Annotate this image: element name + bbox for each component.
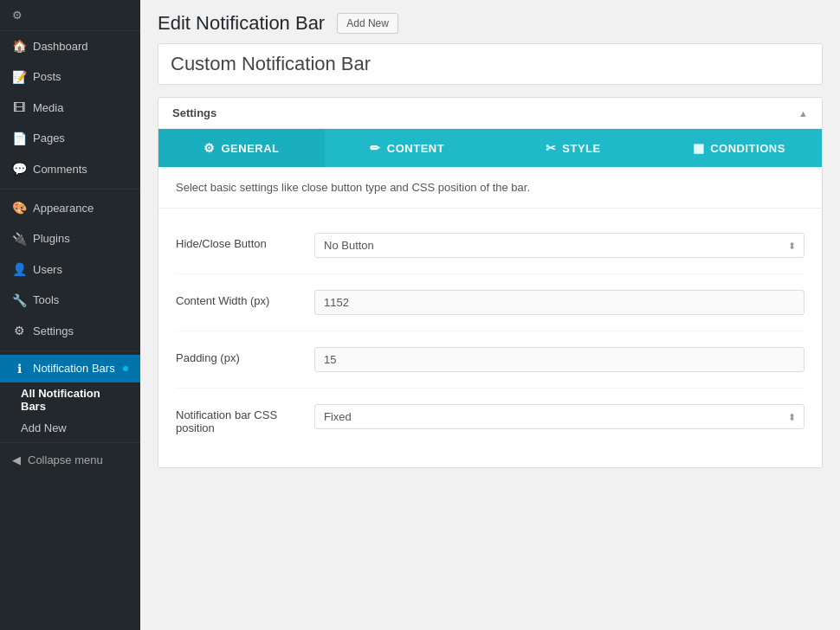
- hide-close-button-select[interactable]: No Button Close Button Hide Button: [314, 233, 804, 258]
- sidebar-item-media[interactable]: 🎞 Media: [0, 93, 140, 124]
- sidebar-sub-item-all-notification-bars[interactable]: All Notification Bars: [0, 382, 140, 417]
- conditions-tab-icon: ▦: [693, 141, 705, 155]
- css-position-label: Notification bar CSS position: [176, 404, 314, 434]
- form-row-hide-close-button: Hide/Close Button No Button Close Button…: [176, 217, 804, 274]
- tab-style[interactable]: ✂ STYLE: [490, 129, 656, 167]
- sidebar-item-label: Media: [33, 100, 63, 116]
- tab-general[interactable]: ⚙ GENERAL: [158, 129, 325, 167]
- sidebar-notification-bars-label: Notification Bars: [33, 362, 115, 375]
- tab-description: Select basic settings like close button …: [158, 167, 822, 209]
- sidebar-divider: [0, 189, 140, 190]
- general-tab-icon: ⚙: [204, 141, 216, 155]
- sidebar-item-settings[interactable]: ⚙ Settings: [0, 316, 140, 347]
- sidebar-item-appearance[interactable]: 🎨 Appearance: [0, 193, 140, 224]
- tab-content-label: CONTENT: [387, 142, 444, 155]
- sidebar-item-pages[interactable]: 📄 Pages: [0, 124, 140, 155]
- sidebar-item-label: Comments: [33, 162, 87, 177]
- sidebar-item-label: Posts: [33, 69, 61, 85]
- settings-icon: ⚙: [12, 323, 26, 340]
- users-icon: 👤: [12, 261, 26, 279]
- bar-name-input[interactable]: [158, 43, 823, 85]
- collapse-label: Collapse menu: [28, 453, 103, 466]
- dashboard-icon: 🏠: [12, 38, 26, 55]
- sidebar-item-posts[interactable]: 📝 Posts: [0, 62, 140, 93]
- form-row-padding: Padding (px): [176, 331, 804, 389]
- padding-control: [314, 347, 804, 372]
- main-content: Edit Notification Bar Add New Settings ▲…: [140, 0, 840, 630]
- notification-bars-icon: ℹ: [12, 362, 26, 376]
- all-notification-bars-label: All Notification Bars: [21, 387, 128, 413]
- padding-input[interactable]: [314, 347, 804, 372]
- content-tab-icon: ✏: [370, 141, 381, 155]
- padding-label: Padding (px): [176, 347, 314, 364]
- appearance-icon: 🎨: [12, 200, 26, 217]
- sidebar-item-label: Pages: [33, 131, 65, 146]
- comments-icon: 💬: [12, 161, 26, 178]
- settings-chevron-icon[interactable]: ▲: [798, 108, 808, 119]
- tabs-bar: ⚙ GENERAL ✏ CONTENT ✂ STYLE ▦ CONDITIONS: [158, 129, 822, 167]
- sidebar-item-notification-bars[interactable]: ℹ Notification Bars: [0, 355, 140, 382]
- content-width-control: [314, 290, 804, 315]
- tab-general-label: GENERAL: [221, 142, 279, 155]
- sidebar-item-comments[interactable]: 💬 Comments: [0, 154, 140, 185]
- sidebar-item-tools[interactable]: 🔧 Tools: [0, 286, 140, 317]
- wordpress-icon: ⚙: [12, 9, 23, 22]
- sidebar-item-label: Settings: [33, 324, 74, 339]
- settings-header-label: Settings: [172, 106, 216, 119]
- css-position-select-wrapper: Fixed Absolute Relative Static: [314, 404, 804, 429]
- tab-conditions[interactable]: ▦ CONDITIONS: [656, 129, 823, 167]
- plugins-icon: 🔌: [12, 231, 26, 248]
- sidebar-logo: ⚙: [0, 0, 140, 31]
- sidebar-divider-3: [0, 442, 140, 443]
- add-new-label: Add New: [21, 421, 67, 434]
- sidebar-divider-2: [0, 350, 140, 351]
- content-width-input[interactable]: [314, 290, 804, 315]
- content-width-label: Content Width (px): [176, 290, 314, 307]
- collapse-icon: ◀: [12, 453, 21, 466]
- sidebar-item-label: Users: [33, 262, 62, 278]
- hide-close-button-label: Hide/Close Button: [176, 233, 314, 250]
- style-tab-icon: ✂: [546, 141, 557, 155]
- tab-style-label: STYLE: [562, 142, 600, 155]
- notification-bars-indicator: [123, 366, 128, 371]
- css-position-control: Fixed Absolute Relative Static: [314, 404, 804, 429]
- hide-close-button-control: No Button Close Button Hide Button: [314, 233, 804, 258]
- tab-content[interactable]: ✏ CONTENT: [325, 129, 491, 167]
- collapse-menu-button[interactable]: ◀ Collapse menu: [0, 447, 140, 473]
- settings-header: Settings ▲: [158, 98, 822, 129]
- sidebar-sub-item-add-new[interactable]: Add New: [0, 417, 140, 439]
- posts-icon: 📝: [12, 69, 26, 87]
- tools-icon: 🔧: [12, 292, 26, 310]
- form-row-css-position: Notification bar CSS position Fixed Abso…: [176, 389, 804, 450]
- hide-close-button-select-wrapper: No Button Close Button Hide Button: [314, 233, 804, 258]
- add-new-button[interactable]: Add New: [337, 13, 398, 34]
- page-title: Edit Notification Bar: [158, 12, 325, 35]
- tab-conditions-label: CONDITIONS: [710, 142, 785, 155]
- sidebar-item-label: Plugins: [33, 231, 70, 247]
- media-icon: 🎞: [12, 100, 26, 117]
- sidebar-item-dashboard[interactable]: 🏠 Dashboard: [0, 31, 140, 62]
- sidebar-item-users[interactable]: 👤 Users: [0, 254, 140, 286]
- sidebar-item-plugins[interactable]: 🔌 Plugins: [0, 224, 140, 255]
- sidebar: ⚙ 🏠 Dashboard 📝 Posts 🎞 Media 📄 Pages 💬 …: [0, 0, 140, 630]
- pages-icon: 📄: [12, 131, 26, 148]
- form-body: Hide/Close Button No Button Close Button…: [158, 209, 822, 467]
- css-position-select[interactable]: Fixed Absolute Relative Static: [314, 404, 804, 429]
- settings-panel: Settings ▲ ⚙ GENERAL ✏ CONTENT ✂ STYLE ▦…: [158, 97, 823, 468]
- form-row-content-width: Content Width (px): [176, 274, 804, 331]
- sidebar-item-label: Dashboard: [33, 39, 88, 55]
- page-header: Edit Notification Bar Add New: [140, 0, 840, 43]
- sidebar-item-label: Appearance: [33, 201, 94, 216]
- sidebar-item-label: Tools: [33, 292, 59, 308]
